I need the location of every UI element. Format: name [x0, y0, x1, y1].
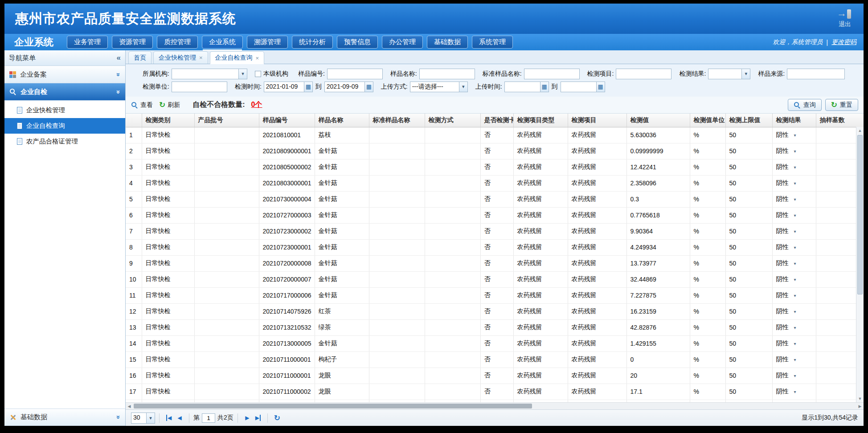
tab-2[interactable]: 企业自检查询× — [210, 51, 265, 64]
menu-item-2[interactable]: 质控管理 — [157, 36, 198, 49]
table-row[interactable]: 15日常快检20210711000001枸杞子否农药残留农药残留0%50阴性▾ — [126, 351, 864, 368]
menu-item-3[interactable]: 企业系统 — [202, 36, 243, 49]
table-row[interactable]: 3日常快检20210805000002金针菇否农药残留农药残留12.42241%… — [126, 159, 864, 175]
vertical-scroll-thumb[interactable] — [857, 135, 863, 294]
horizontal-scroll-thumb[interactable] — [134, 404, 532, 408]
chevron-down-icon[interactable]: ▾ — [794, 389, 796, 394]
menu-item-6[interactable]: 预警信息 — [337, 36, 378, 49]
table-row[interactable]: 17日常快检20210711000002龙眼否农药残留农药残留17.1%50阴性… — [126, 384, 864, 400]
tab-1[interactable]: 企业快检管理× — [153, 51, 208, 64]
sidebar-panel-enterprise-record[interactable]: 企业备案 » — [4, 66, 125, 83]
query-button[interactable]: 查询 — [788, 99, 822, 111]
org-select[interactable]: ▾ — [172, 69, 247, 79]
test-time-to-input[interactable]: 2021-09-09 ▦ — [324, 82, 373, 92]
chevron-down-icon[interactable]: ▾ — [794, 165, 796, 170]
table-row[interactable]: 4日常快检20210803000001金针菇否农药残留农药残留2.358096%… — [126, 175, 864, 191]
table-row[interactable]: 11日常快检20210717000006金针菇否农药残留农药残留7.227875… — [126, 287, 864, 303]
upload-mode-select[interactable]: ---请选择--- ▾ — [410, 82, 468, 92]
chevron-down-icon[interactable]: ▾ — [794, 357, 796, 362]
calendar-icon[interactable]: ▦ — [304, 82, 312, 92]
column-header-2[interactable]: 产品批号 — [194, 114, 259, 127]
upload-time-to-input[interactable]: ▦ — [561, 82, 605, 92]
last-page-button[interactable]: ▶ — [253, 415, 263, 421]
test-unit-input[interactable] — [172, 82, 227, 92]
chevron-down-icon[interactable]: ▾ — [459, 82, 467, 92]
table-row[interactable]: 1日常快检20210810001荔枝否农药残留农药残留5.630036%50阴性… — [126, 127, 864, 143]
horizontal-scrollbar[interactable]: ◀ ▶ — [126, 402, 864, 409]
chevron-down-icon[interactable]: ▾ — [794, 229, 796, 234]
column-header-13[interactable]: 检测结果 — [772, 114, 816, 127]
calendar-icon[interactable]: ▦ — [540, 82, 549, 92]
page-number-input[interactable] — [202, 413, 215, 423]
calendar-icon[interactable]: ▦ — [364, 82, 373, 92]
column-header-8[interactable]: 检测项目类型 — [513, 114, 568, 127]
chevron-down-icon[interactable]: ▾ — [794, 213, 796, 218]
scroll-up-icon[interactable]: ▲ — [856, 127, 864, 134]
column-header-12[interactable]: 检测上限值 — [725, 114, 772, 127]
first-page-button[interactable]: ◀ — [164, 415, 174, 421]
scroll-right-icon[interactable]: ▶ — [856, 403, 864, 409]
scroll-left-icon[interactable]: ◀ — [126, 403, 133, 409]
scroll-down-icon[interactable]: ▼ — [856, 395, 864, 402]
table-row[interactable]: 5日常快检20210730000004金针菇否农药残留农药残留0.3%50阴性▾ — [126, 191, 864, 207]
column-header-7[interactable]: 是否检测卡 — [480, 114, 513, 127]
prev-page-button[interactable]: ◀ — [174, 415, 185, 421]
next-page-button[interactable]: ▶ — [242, 415, 253, 421]
menu-item-5[interactable]: 统计分析 — [292, 36, 333, 49]
table-row[interactable]: 7日常快检20210723000002金针菇否农药残留农药残留9.90364%5… — [126, 223, 864, 239]
table-row[interactable]: 16日常快检20210711000001龙眼否农药残留农药残留20%50阴性▾ — [126, 368, 864, 384]
table-row[interactable]: 2日常快检20210809000001金针菇否农药残留农药残留0.0999999… — [126, 143, 864, 159]
close-icon[interactable]: × — [199, 54, 203, 61]
change-password-link[interactable]: 更改密码 — [831, 38, 856, 46]
table-row[interactable]: 9日常快检20210720000008金针菇否农药残留农药残留13.73977%… — [126, 255, 864, 271]
chevron-down-icon[interactable]: ▾ — [794, 341, 796, 346]
reload-button[interactable]: ↻ — [272, 414, 283, 422]
column-header-9[interactable]: 检测项目 — [568, 114, 626, 127]
sidebar-panel-base-data[interactable]: 基础数据 » — [4, 408, 125, 426]
view-button[interactable]: 查看 — [131, 101, 153, 109]
upload-time-from-input[interactable]: ▦ — [504, 82, 549, 92]
logout-button[interactable]: → 退出 — [837, 9, 853, 29]
fail-count-value[interactable]: 0个 — [251, 100, 262, 110]
chevron-down-icon[interactable]: ▾ — [794, 309, 796, 314]
column-header-10[interactable]: 检测值 — [626, 114, 690, 127]
test-result-select[interactable]: ▾ — [708, 69, 750, 79]
table-row[interactable]: 8日常快检20210723000001金针菇否农药残留农药残留4.249934%… — [126, 239, 864, 255]
reset-button[interactable]: ↻ 重置 — [825, 99, 858, 111]
test-item-input[interactable] — [616, 69, 671, 79]
column-header-1[interactable]: 检测类别 — [142, 114, 194, 127]
table-row[interactable]: 12日常快检20210714075926红茶否农药残留农药残留16.23159%… — [126, 303, 864, 319]
sidebar-item-0[interactable]: 企业快检管理 — [4, 102, 125, 118]
column-header-11[interactable]: 检测值单位 — [690, 114, 725, 127]
table-row[interactable]: 6日常快检20210727000003金针菇否农药残留农药残留0.7765618… — [126, 207, 864, 223]
menu-item-9[interactable]: 系统管理 — [472, 36, 513, 49]
column-header-14[interactable]: 抽样基数 — [816, 114, 864, 127]
chevron-down-icon[interactable]: ▾ — [794, 293, 796, 298]
column-header-6[interactable]: 检测方式 — [425, 114, 480, 127]
sample-source-input[interactable] — [787, 69, 845, 79]
table-row[interactable]: 14日常快检20210713000005金针菇否农药残留农药残留1.429155… — [126, 335, 864, 351]
chevron-down-icon[interactable]: ▾ — [794, 261, 796, 266]
tab-0[interactable]: 首页 — [128, 51, 151, 64]
menu-item-4[interactable]: 溯源管理 — [247, 36, 288, 49]
chevron-down-icon[interactable]: ▾ — [794, 197, 796, 202]
sample-name-input[interactable] — [419, 69, 475, 79]
collapse-sidebar-icon[interactable]: « — [117, 53, 121, 62]
std-sample-name-input[interactable] — [524, 69, 580, 79]
refresh-button[interactable]: ↻ 刷新 — [159, 101, 180, 109]
column-header-3[interactable]: 样品编号 — [259, 114, 315, 127]
chevron-down-icon[interactable]: ▾ — [794, 133, 796, 138]
local-org-checkbox[interactable] — [255, 71, 261, 77]
close-icon[interactable]: × — [256, 55, 259, 61]
chevron-down-icon[interactable]: ▾ — [794, 325, 796, 330]
menu-item-0[interactable]: 业务管理 — [67, 36, 108, 49]
chevron-down-icon[interactable]: ▾ — [146, 413, 155, 423]
column-header-4[interactable]: 样品名称 — [315, 114, 369, 127]
calendar-icon[interactable]: ▦ — [596, 82, 605, 92]
chevron-down-icon[interactable]: ▾ — [794, 373, 796, 378]
chevron-down-icon[interactable]: ▾ — [794, 277, 796, 282]
sidebar-item-2[interactable]: 农产品合格证管理 — [4, 134, 125, 149]
table-row[interactable]: 10日常快检20210720000007金针菇否农药残留农药残留32.44869… — [126, 271, 864, 287]
sidebar-item-1[interactable]: 企业自检查询 — [4, 118, 125, 134]
chevron-down-icon[interactable]: ▾ — [794, 245, 796, 250]
